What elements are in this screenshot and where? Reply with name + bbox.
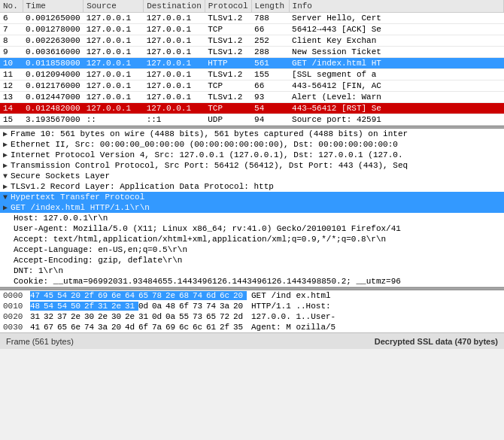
expand-arrow-icon: ▶ xyxy=(3,182,8,191)
cell-dst: ::1 xyxy=(144,114,205,126)
hex-byte: 3a xyxy=(220,302,233,311)
hex-offset: 0010 xyxy=(3,302,30,311)
hex-byte: 54 xyxy=(57,302,71,311)
hex-byte: 20 xyxy=(71,291,84,300)
hex-byte: 72 xyxy=(220,312,233,321)
table-row[interactable]: 110.012094000127.0.0.1127.0.0.1TLSv1.215… xyxy=(0,69,504,80)
cell-len: 252 xyxy=(251,35,289,47)
hex-pane: 000047 45 54 20 2f 69 6e 64 65 78 2e 68 … xyxy=(0,290,504,332)
detail-item: Host: 127.0.0.1\r\n xyxy=(0,213,504,223)
cell-dst: 127.0.0.1 xyxy=(144,92,205,103)
cell-info: 443-56412 [FIN, AC xyxy=(289,80,503,92)
cell-no: 10 xyxy=(0,58,23,69)
detail-item[interactable]: ▶ TLSv1.2 Record Layer: Application Data… xyxy=(0,181,504,192)
cell-no: 9 xyxy=(0,47,23,58)
cell-src: 127.0.0.1 xyxy=(83,58,144,69)
cell-src: 127.0.0.1 xyxy=(83,13,144,24)
hex-byte: 2f xyxy=(220,323,233,332)
detail-item[interactable]: ▶ Frame 10: 561 bytes on wire (4488 bits… xyxy=(0,129,504,139)
detail-item[interactable]: ▶ Transmission Control Protocol, Src Por… xyxy=(0,160,504,171)
hex-row: 001048 54 54 50 2f 31 2e 31 0d 0a 48 6f … xyxy=(0,301,504,311)
hex-byte: 78 xyxy=(152,291,165,300)
table-row[interactable]: 140.012482000127.0.0.1127.0.0.1TCP54443→… xyxy=(0,103,504,114)
hex-byte: 6e xyxy=(71,323,84,332)
detail-item[interactable]: ▶ Ethernet II, Src: 00:00:00_00:00:00 (0… xyxy=(0,139,504,150)
col-header-protocol: Protocol xyxy=(205,0,251,13)
hex-byte: 73 xyxy=(193,302,206,311)
table-row[interactable]: 130.012447000127.0.0.1127.0.0.1TLSv1.293… xyxy=(0,92,504,103)
hex-byte: 47 xyxy=(30,291,44,300)
hex-bytes: 41 67 65 6e 74 3a 20 4d 6f 7a 69 6c 6c 6… xyxy=(30,323,248,332)
hex-byte: 6f xyxy=(138,323,152,332)
hex-byte: 2e xyxy=(71,312,84,321)
hex-byte: 20 xyxy=(233,302,247,311)
cell-info: GET /index.html HT xyxy=(289,58,503,69)
hex-byte: 2f xyxy=(84,302,98,311)
expand-arrow-icon: ▶ xyxy=(3,140,8,149)
cell-dst: 127.0.0.1 xyxy=(144,58,205,69)
hex-byte: 65 xyxy=(206,312,220,321)
detail-item: DNT: 1\r\n xyxy=(0,266,504,276)
cell-info: Source port: 42591 xyxy=(289,114,503,126)
packet-table: No. Time Source Destination Protocol Len… xyxy=(0,0,504,126)
cell-time: 0.012176000 xyxy=(23,80,83,92)
hex-byte: 30 xyxy=(84,312,98,321)
hex-byte: 2f xyxy=(84,291,98,300)
cell-no: 14 xyxy=(0,103,23,114)
col-header-source: Source xyxy=(83,0,144,13)
cell-no: 15 xyxy=(0,114,23,126)
cell-time: 0.012447000 xyxy=(23,92,83,103)
table-row[interactable]: 90.003616000127.0.0.1127.0.0.1TLSv1.2288… xyxy=(0,47,504,58)
detail-item[interactable]: ▶ Internet Protocol Version 4, Src: 127.… xyxy=(0,150,504,160)
hex-byte: 54 xyxy=(57,291,71,300)
detail-text: User-Agent: Mozilla/5.0 (X11; Linux x86_… xyxy=(14,224,401,233)
detail-item[interactable]: ▶ GET /index.html HTTP/1.1\r\n xyxy=(0,202,504,213)
cell-src: 127.0.0.1 xyxy=(83,47,144,58)
cell-dst: 127.0.0.1 xyxy=(144,47,205,58)
hex-byte: 68 xyxy=(179,291,193,300)
col-header-destination: Destination xyxy=(144,0,205,13)
cell-src: 127.0.0.1 xyxy=(83,24,144,35)
table-row[interactable]: 60.001265000127.0.0.1127.0.0.1TLSv1.2788… xyxy=(0,13,504,24)
hex-byte: 3a xyxy=(98,323,111,332)
detail-item[interactable]: ▼ Hypertext Transfer Protocol xyxy=(0,192,504,202)
cell-src: 127.0.0.1 xyxy=(83,92,144,103)
detail-text: GET /index.html HTTP/1.1\r\n xyxy=(11,203,150,212)
hex-byte: 69 xyxy=(98,291,111,300)
table-row[interactable]: 100.011858000127.0.0.1127.0.0.1HTTP561GE… xyxy=(0,58,504,69)
cell-proto: TCP xyxy=(205,80,251,92)
hex-byte: 2d xyxy=(233,312,247,321)
hex-byte: 67 xyxy=(44,323,57,332)
detail-text: Ethernet II, Src: 00:00:00_00:00:00 (00:… xyxy=(11,140,398,149)
hex-byte: 0a xyxy=(152,302,165,311)
hex-byte: 31 xyxy=(125,302,138,311)
details-pane: ▶ Frame 10: 561 bytes on wire (4488 bits… xyxy=(0,129,504,287)
cell-info: New Session Ticket xyxy=(289,47,503,58)
cell-src: 127.0.0.1 xyxy=(83,103,144,114)
cell-info: Alert (Level: Warn xyxy=(289,92,503,103)
cell-src: 127.0.0.1 xyxy=(83,80,144,92)
hex-byte: 0a xyxy=(165,312,179,321)
detail-item[interactable]: ▼ Secure Sockets Layer xyxy=(0,171,504,181)
hex-byte: 69 xyxy=(165,323,179,332)
hex-byte: 6c xyxy=(193,323,206,332)
cell-dst: 127.0.0.1 xyxy=(144,80,205,92)
table-row[interactable]: 80.002263000127.0.0.1127.0.0.1TLSv1.2252… xyxy=(0,35,504,47)
hex-row: 002031 32 37 2e 30 2e 30 2e 31 0d 0a 55 … xyxy=(0,311,504,322)
cell-proto: TCP xyxy=(205,24,251,35)
detail-item: Accept-Encoding: gzip, deflate\r\n xyxy=(0,255,504,266)
hex-bytes: 48 54 54 50 2f 31 2e 31 0d 0a 48 6f 73 7… xyxy=(30,302,248,311)
table-row[interactable]: 120.012176000127.0.0.1127.0.0.1TCP66443-… xyxy=(0,80,504,92)
cell-no: 8 xyxy=(0,35,23,47)
cell-len: 66 xyxy=(251,80,289,92)
expand-arrow-icon: ▼ xyxy=(3,172,8,181)
detail-text: Secure Sockets Layer xyxy=(11,171,110,181)
hex-byte: 41 xyxy=(30,323,44,332)
cell-len: 788 xyxy=(251,13,289,24)
detail-text: Transmission Control Protocol, Src Port:… xyxy=(11,161,408,170)
table-row[interactable]: 153.193567000::::1UDP94Source port: 4259… xyxy=(0,114,504,126)
cell-info: Client Key Exchan xyxy=(289,35,503,47)
cell-proto: TLSv1.2 xyxy=(205,92,251,103)
detail-text: Accept-Encoding: gzip, deflate\r\n xyxy=(14,256,182,265)
table-row[interactable]: 70.001278000127.0.0.1127.0.0.1TCP6656412… xyxy=(0,24,504,35)
